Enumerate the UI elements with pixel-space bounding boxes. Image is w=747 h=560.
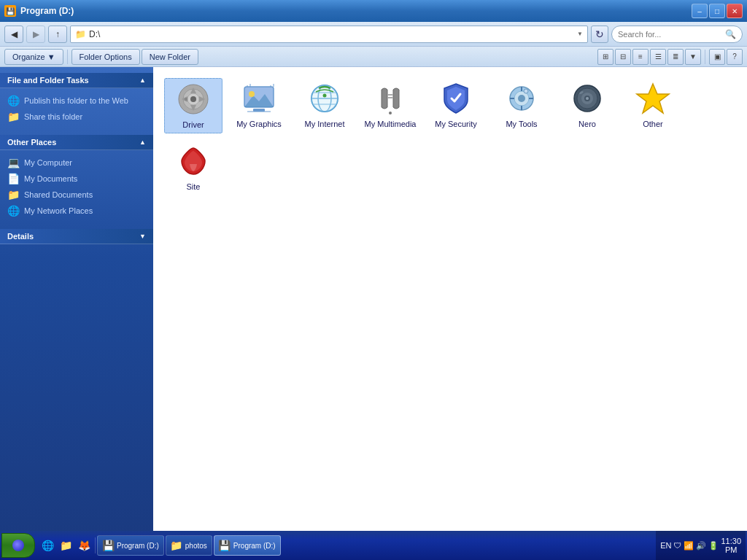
my-security-label: My Security — [435, 119, 476, 129]
svg-point-20 — [389, 112, 392, 114]
file-item-my-graphics[interactable]: My Graphics — [230, 78, 288, 132]
my-graphics-label: My Graphics — [236, 119, 282, 129]
view-dropdown-button[interactable]: ▼ — [685, 49, 701, 65]
share-folder-icon: 📁 — [7, 111, 19, 122]
my-security-icon — [438, 81, 473, 116]
file-item-other[interactable]: Other — [624, 78, 682, 132]
taskbar-photos-icon: 📁 — [171, 540, 182, 551]
file-item-my-internet[interactable]: My Internet — [295, 78, 354, 132]
publish-folder-item[interactable]: 🌐 Publish this folder to the Web — [0, 93, 153, 109]
view-small-icon-button[interactable]: ≡ — [632, 49, 649, 65]
other-icon — [635, 81, 670, 116]
my-graphics-icon — [241, 81, 276, 116]
search-icon[interactable]: 🔍 — [725, 29, 736, 39]
my-network-places-item[interactable]: 🌐 My Network Places — [0, 203, 153, 219]
up-button[interactable]: ↑ — [48, 26, 67, 43]
file-item-site[interactable]: Site — [164, 141, 222, 195]
organize-arrow: ▼ — [47, 52, 55, 61]
file-item-driver[interactable]: Driver — [164, 78, 222, 133]
preview-button[interactable]: ▣ — [709, 49, 725, 65]
help-button[interactable]: ? — [727, 49, 743, 65]
other-places-arrow: ▲ — [139, 139, 146, 146]
taskbar-photos-button[interactable]: 📁 photos — [166, 535, 212, 556]
quick-ie-button[interactable]: 🌐 — [39, 537, 55, 553]
other-places-section: Other Places ▲ 💻 My Computer 📄 My Docume… — [0, 135, 153, 223]
svg-rect-18 — [387, 94, 393, 96]
organize-button[interactable]: Organize ▼ — [4, 49, 63, 65]
my-documents-item[interactable]: 📄 My Documents — [0, 171, 153, 187]
tray-sound-icon: 🔊 — [696, 541, 706, 551]
driver-label: Driver — [182, 120, 204, 130]
minimize-button[interactable]: – — [692, 4, 708, 18]
forward-button[interactable]: ▶ — [26, 26, 45, 43]
close-button[interactable]: ✕ — [727, 4, 743, 18]
share-folder-item[interactable]: 📁 Share this folder — [0, 109, 153, 125]
tray-lang: EN — [660, 541, 671, 550]
tray-battery-icon: 🔋 — [708, 541, 719, 551]
tray-period: PM — [721, 545, 741, 554]
file-area[interactable]: Driver My Graphics — [153, 67, 747, 541]
svg-marker-35 — [637, 84, 669, 113]
folder-options-button[interactable]: Folder Options — [71, 49, 140, 65]
title-bar-buttons: – □ ✕ — [692, 4, 743, 18]
refresh-button[interactable]: ↻ — [591, 26, 608, 43]
svg-rect-4 — [185, 98, 187, 101]
shared-documents-item[interactable]: 📁 Shared Documents — [0, 187, 153, 203]
other-places-header[interactable]: Other Places ▲ — [0, 135, 153, 150]
sidebar: File and Folder Tasks ▲ 🌐 Publish this f… — [0, 67, 153, 541]
quick-explorer-button[interactable]: 📁 — [58, 537, 74, 553]
details-header[interactable]: Details ▼ — [0, 229, 153, 244]
taskbar-program-d-button-1[interactable]: 💾 Program (D:) — [97, 535, 164, 556]
view-pane-button[interactable]: ⊞ — [597, 49, 614, 65]
taskbar-program-d-button-2[interactable]: 💾 Program (D:) — [214, 535, 281, 556]
maximize-button[interactable]: □ — [709, 4, 725, 18]
view-details-button[interactable]: ≣ — [667, 49, 684, 65]
svg-point-23 — [518, 95, 525, 102]
address-folder-icon: 📁 — [75, 29, 86, 39]
my-internet-label: My Internet — [304, 119, 344, 129]
file-item-my-multimedia[interactable]: My Multimedia — [361, 78, 419, 132]
search-bar[interactable]: 🔍 — [611, 26, 743, 43]
my-documents-icon: 📄 — [7, 173, 19, 184]
my-computer-icon: 💻 — [7, 157, 19, 168]
tray-network-icon: 📶 — [684, 541, 694, 551]
nero-icon — [570, 81, 605, 116]
main-layout: File and Folder Tasks ▲ 🌐 Publish this f… — [0, 67, 747, 541]
tray-clock: 11:30 PM — [721, 537, 741, 554]
toolbar-separator-1 — [67, 50, 68, 64]
file-item-my-security[interactable]: My Security — [427, 78, 485, 132]
secondary-toolbar: Organize ▼ Folder Options New Folder ⊞ ⊟… — [0, 47, 747, 67]
other-places-content: 💻 My Computer 📄 My Documents 📁 Shared Do… — [0, 150, 153, 223]
app-icon: 💾 — [4, 5, 16, 17]
my-documents-label: My Documents — [24, 174, 77, 183]
quick-launch: 🌐 📁 🦊 — [36, 537, 96, 553]
quick-firefox-button[interactable]: 🦊 — [76, 537, 92, 553]
title-bar: 💾 Program (D:) – □ ✕ — [0, 0, 747, 22]
address-bar[interactable]: 📁 D:\ ▼ — [70, 26, 588, 43]
back-button[interactable]: ◀ — [4, 26, 23, 43]
svg-rect-9 — [253, 109, 265, 112]
view-large-icon-button[interactable]: ⊟ — [615, 49, 631, 65]
view-list-button[interactable]: ☰ — [650, 49, 666, 65]
new-folder-button[interactable]: New Folder — [142, 49, 198, 65]
my-multimedia-label: My Multimedia — [365, 119, 417, 129]
file-item-nero[interactable]: Nero — [558, 78, 616, 132]
file-folder-tasks-title: File and Folder Tasks — [7, 76, 89, 85]
my-computer-item[interactable]: 💻 My Computer — [0, 155, 153, 171]
publish-folder-label: Publish this folder to the Web — [24, 96, 128, 105]
my-computer-label: My Computer — [24, 158, 72, 167]
other-places-title: Other Places — [7, 138, 56, 147]
start-button[interactable] — [1, 533, 35, 558]
file-grid: Driver My Graphics — [160, 74, 740, 199]
svg-point-3 — [190, 96, 196, 102]
file-item-my-tools[interactable]: My Tools — [492, 78, 551, 132]
file-folder-tasks-header[interactable]: File and Folder Tasks ▲ — [0, 73, 153, 88]
address-dropdown-icon[interactable]: ▼ — [577, 31, 583, 37]
details-arrow: ▼ — [139, 233, 146, 240]
taskbar-photos-label: photos — [185, 542, 207, 550]
tray-security-icon: 🛡 — [673, 541, 681, 550]
search-input[interactable] — [618, 30, 722, 39]
svg-point-17 — [323, 94, 327, 98]
address-text: D:\ — [89, 29, 574, 39]
my-tools-label: My Tools — [506, 119, 537, 129]
